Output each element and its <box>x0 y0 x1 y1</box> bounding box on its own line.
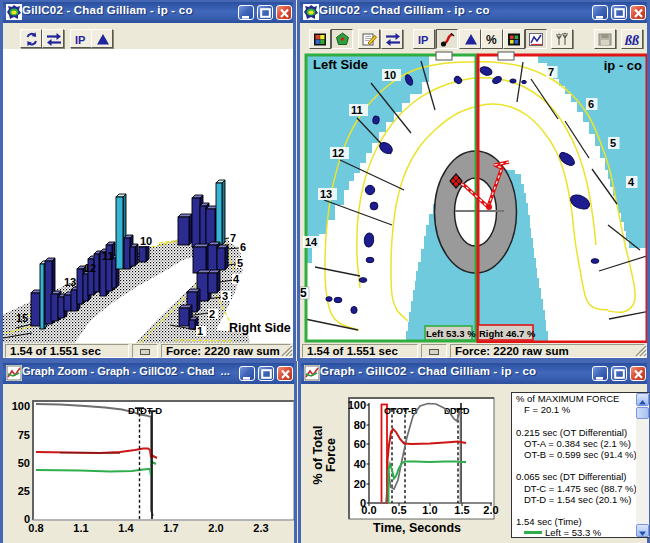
svg-text:5: 5 <box>300 286 307 300</box>
svg-text:0.8: 0.8 <box>28 522 43 534</box>
svg-text:6: 6 <box>588 98 594 110</box>
svg-text:2.0: 2.0 <box>208 522 223 534</box>
svg-text:Force: Force <box>324 438 338 472</box>
svg-text:Right Side: Right Side <box>229 321 291 335</box>
svg-text:4: 4 <box>233 273 240 285</box>
svg-text:13: 13 <box>320 188 332 200</box>
svg-text:5: 5 <box>610 137 616 149</box>
svg-text:ßß: ßß <box>624 33 639 48</box>
svg-text:2.3: 2.3 <box>253 522 268 534</box>
svg-text:2: 2 <box>209 308 215 320</box>
svg-text:3: 3 <box>222 290 228 302</box>
svg-text:50: 50 <box>18 457 30 469</box>
svg-text:80: 80 <box>354 419 366 431</box>
svg-text:14: 14 <box>305 236 318 248</box>
svg-text:Left 53.3 %: Left 53.3 % <box>426 328 476 339</box>
svg-text:7: 7 <box>230 232 236 244</box>
svg-text:Right 46.7 %: Right 46.7 % <box>479 328 536 339</box>
svg-text:11: 11 <box>102 250 114 262</box>
svg-text:1: 1 <box>197 325 203 337</box>
svg-text:10: 10 <box>140 235 152 247</box>
svg-text:1.4: 1.4 <box>118 522 134 534</box>
svg-text:25: 25 <box>18 485 30 497</box>
svg-text:1.7: 1.7 <box>163 522 178 534</box>
svg-text:15: 15 <box>16 312 28 324</box>
svg-text:IP: IP <box>418 34 428 46</box>
svg-text:1.1: 1.1 <box>73 522 88 534</box>
svg-text:13: 13 <box>64 276 76 288</box>
svg-text:DT-D: DT-D <box>140 405 162 416</box>
svg-text:100: 100 <box>348 399 366 411</box>
svg-text:40: 40 <box>354 458 366 470</box>
svg-text:20: 20 <box>354 478 366 490</box>
svg-text:12: 12 <box>84 262 96 274</box>
svg-text:11: 11 <box>351 104 363 116</box>
svg-text:12: 12 <box>332 147 344 159</box>
svg-text:Time, Seconds: Time, Seconds <box>373 521 461 535</box>
svg-text:ip - co: ip - co <box>604 58 642 73</box>
svg-text:4: 4 <box>628 176 635 188</box>
svg-text:Left Side: Left Side <box>313 57 368 72</box>
svg-text:100: 100 <box>12 400 30 412</box>
svg-text:IP: IP <box>75 34 85 46</box>
svg-text:% of Total: % of Total <box>311 426 325 485</box>
svg-text:75: 75 <box>18 429 30 441</box>
svg-text:10: 10 <box>384 69 396 81</box>
svg-text:5: 5 <box>237 257 243 269</box>
svg-text:%: % <box>486 33 497 47</box>
svg-text:6: 6 <box>240 241 246 253</box>
svg-text:60: 60 <box>354 438 366 450</box>
svg-text:7: 7 <box>548 66 554 78</box>
